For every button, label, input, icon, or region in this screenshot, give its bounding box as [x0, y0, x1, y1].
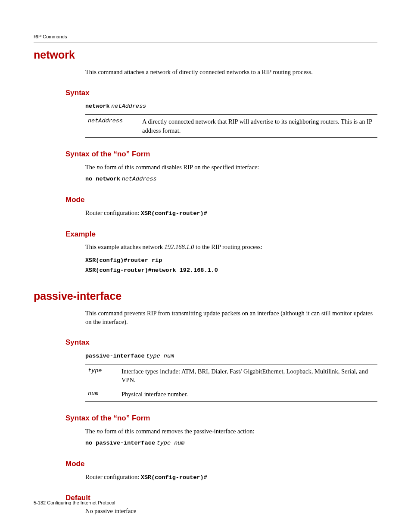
mode-block-2: Router configuration: XSR(config-router)… — [85, 473, 377, 482]
mode-code-2: XSR(config-router)# — [141, 474, 207, 481]
pi-intro-block: This command prevents RIP from transmitt… — [85, 309, 377, 327]
syntax-line-1: network netAddress — [85, 101, 377, 111]
example-code-2: XSR(config-router)#network 192.168.1.0 — [85, 266, 377, 276]
syntax-cmd-2: passive-interface — [85, 353, 145, 359]
param-row: num Physical interface number. — [85, 387, 377, 401]
heading-syntax-2: Syntax — [65, 337, 377, 348]
mode-code: XSR(config-router)# — [141, 210, 207, 217]
noform-em: no — [97, 164, 103, 171]
example-code-1: XSR(config)#router rip — [85, 256, 377, 266]
noform-em-2: no — [97, 428, 103, 435]
noform-text-2: The no form of this command removes the … — [85, 427, 377, 436]
example-lead2: to the RIP routing process: — [194, 243, 262, 250]
network-intro-block: This command attaches a network of direc… — [85, 68, 377, 76]
noform-block-1: The no form of this command disables RIP… — [85, 163, 377, 184]
param-desc: Physical interface number. — [121, 387, 377, 401]
mode-lead-2: Router configuration: — [85, 473, 141, 480]
noform-lead1-2: The — [85, 428, 97, 435]
heading-mode-2: Mode — [65, 459, 377, 469]
param-desc: A directly connected network that RIP wi… — [142, 115, 377, 138]
default-block-2: No passive interface — [85, 507, 377, 515]
param-row: type Interface types include: ATM, BRI, … — [85, 364, 377, 387]
mode-lead: Router configuration: — [85, 209, 141, 216]
pi-intro: This command prevents RIP from transmitt… — [85, 309, 377, 327]
mode-text-2: Router configuration: XSR(config-router)… — [85, 473, 377, 482]
example-lead1: This example attaches network — [85, 243, 165, 250]
heading-network: network — [34, 47, 377, 62]
noform-arg-2: type num — [157, 440, 185, 446]
syntax-cmd: network — [85, 103, 110, 109]
noform-text-1: The no form of this command disables RIP… — [85, 163, 377, 171]
heading-example-1: Example — [65, 229, 377, 240]
param-key: netAddress — [85, 115, 142, 138]
noform-lead1: The — [85, 164, 97, 171]
noform-cmd-2: no passive-interface — [85, 440, 155, 446]
network-intro: This command attaches a network of direc… — [85, 68, 377, 76]
mode-text-1: Router configuration: XSR(config-router)… — [85, 208, 377, 218]
noform-arg: netAddress — [122, 176, 157, 182]
heading-noform-2: Syntax of the “no” Form — [65, 413, 377, 423]
example-em: 192.168.1.0 — [165, 243, 194, 250]
page-footer: 5-132 Configuring the Internet Protocol — [34, 500, 115, 506]
param-key: type — [85, 364, 121, 387]
noform-lead2-2: form of this command removes the passive… — [103, 428, 255, 435]
mode-block-1: Router configuration: XSR(config-router)… — [85, 208, 377, 218]
noform-code-1: no network netAddress — [85, 174, 377, 184]
page: RIP Commands network This command attach… — [0, 0, 411, 532]
default-text-2: No passive interface — [85, 507, 377, 515]
heading-passive-interface: passive-interface — [34, 289, 377, 304]
param-table-1: netAddress A directly connected network … — [85, 114, 377, 138]
running-head: RIP Commands — [34, 34, 377, 40]
noform-block-2: The no form of this command removes the … — [85, 427, 377, 448]
noform-code-2: no passive-interface type num — [85, 438, 377, 448]
running-rule — [34, 43, 377, 43]
heading-syntax-1: Syntax — [65, 88, 377, 98]
noform-cmd: no network — [85, 176, 120, 182]
syntax-block-2: passive-interface type num type Interfac… — [85, 351, 377, 402]
param-key: num — [85, 387, 121, 401]
syntax-arg: netAddress — [111, 103, 146, 109]
param-table-2: type Interface types include: ATM, BRI, … — [85, 364, 377, 402]
heading-mode-1: Mode — [65, 195, 377, 205]
noform-lead2: form of this command disables RIP on the… — [103, 164, 259, 171]
syntax-line-2: passive-interface type num — [85, 351, 377, 361]
example-text-1: This example attaches network 192.168.1.… — [85, 243, 377, 251]
example-code-block: XSR(config)#router rip XSR(config-router… — [85, 256, 377, 276]
heading-noform-1: Syntax of the “no” Form — [65, 149, 377, 159]
example-block-1: This example attaches network 192.168.1.… — [85, 243, 377, 275]
param-desc: Interface types include: ATM, BRI, Diale… — [121, 364, 377, 387]
syntax-block-1: network netAddress netAddress A directly… — [85, 101, 377, 137]
syntax-arg-2: type num — [146, 353, 174, 359]
param-row: netAddress A directly connected network … — [85, 115, 377, 138]
